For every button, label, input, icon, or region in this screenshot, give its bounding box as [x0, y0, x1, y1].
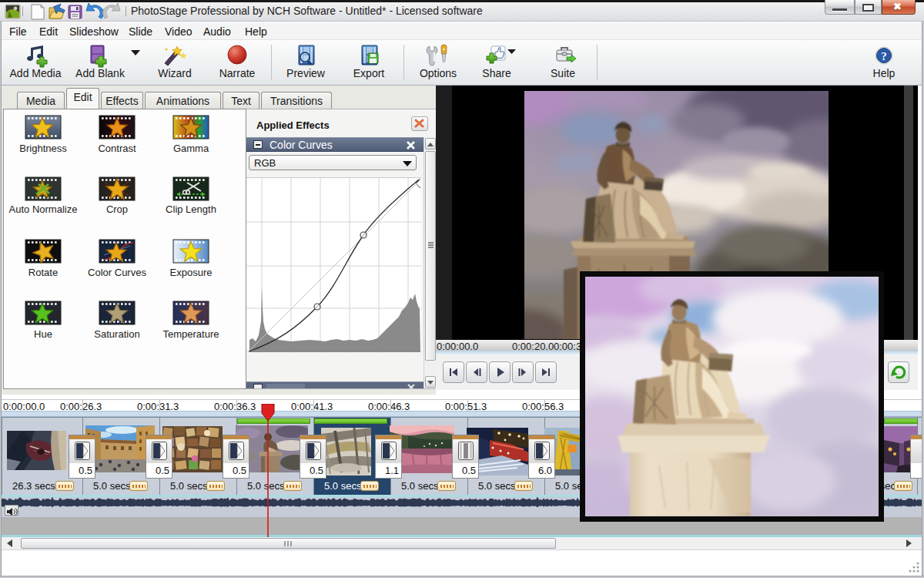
svg-text:?: ? — [881, 50, 887, 62]
